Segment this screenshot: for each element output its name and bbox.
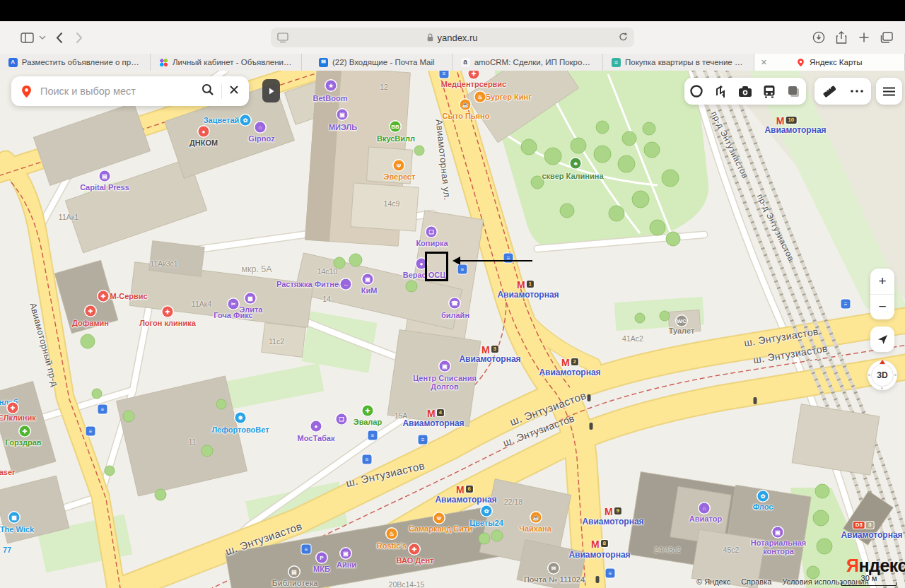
transport-stop-icon[interactable]: ≡: [440, 71, 449, 78]
transport-stop-icon[interactable]: ≡: [363, 455, 372, 464]
new-tab-button[interactable]: [854, 28, 874, 47]
poi-icon[interactable]: ✚: [163, 307, 173, 317]
tab-avito-cabinet[interactable]: Личный кабинет - Объявления - А...: [151, 54, 301, 71]
transport-stop-icon[interactable]: ≡: [302, 545, 311, 554]
poi-icon[interactable]: Ψ: [434, 513, 445, 524]
close-search-icon[interactable]: [229, 85, 239, 98]
forward-button[interactable]: [69, 28, 89, 47]
transport-stop-icon[interactable]: ≡: [98, 405, 107, 414]
poi-icon[interactable]: ❋: [235, 413, 246, 423]
menu-button[interactable]: [876, 78, 902, 105]
tab-overview-button[interactable]: [877, 28, 897, 47]
address-bar[interactable]: yandex.ru: [271, 28, 634, 47]
panoramas-camera-icon[interactable]: [735, 81, 756, 102]
metro-marker[interactable]: М10: [776, 117, 797, 125]
poi-icon[interactable]: ✚: [8, 403, 18, 413]
search-input[interactable]: [39, 85, 202, 98]
metro-marker[interactable]: М6: [456, 486, 473, 494]
close-tab-icon[interactable]: ✕: [761, 58, 767, 67]
tab-doc-pokupka[interactable]: Покупка квартиры в течение 2-х...: [603, 54, 754, 71]
poi-icon[interactable]: ●: [311, 421, 322, 432]
tab-mail-inbox[interactable]: (22) Входящие - Почта Mail: [302, 54, 452, 71]
back-button[interactable]: [49, 28, 69, 47]
poi-icon[interactable]: ↔: [341, 279, 351, 290]
more-options-icon[interactable]: [846, 81, 868, 102]
poi-icon[interactable]: ▤: [100, 171, 110, 182]
transport-stop-icon[interactable]: ≡: [458, 265, 467, 274]
transport-stop-icon[interactable]: ≡: [419, 435, 428, 445]
poi-icon[interactable]: ВВ: [390, 122, 401, 132]
metro-marker[interactable]: М8: [591, 540, 608, 548]
downloads-button[interactable]: [809, 28, 829, 47]
poi-icon[interactable]: ☕: [531, 512, 542, 523]
poi-icon[interactable]: Ψ: [394, 160, 404, 171]
zoom-out-button[interactable]: −: [870, 294, 894, 320]
metro-marker[interactable]: М2: [561, 358, 578, 367]
poi-icon[interactable]: ▦: [245, 293, 256, 304]
map-canvas[interactable]: + − 3D Яндекс © Яндекс Справка Условия и…: [0, 71, 905, 588]
page-settings-icon[interactable]: [277, 32, 288, 45]
poi-icon[interactable]: ●: [199, 127, 209, 137]
metro-marker[interactable]: М4: [427, 409, 444, 418]
metro-marker[interactable]: М3: [481, 346, 498, 354]
reload-button[interactable]: [619, 32, 628, 44]
poi-icon[interactable]: ✿: [481, 506, 492, 517]
poi-icon[interactable]: ♣: [571, 158, 581, 169]
tab-m2-listing[interactable]: Разместить объявление о продаж...: [0, 54, 151, 71]
poi-icon[interactable]: ▤: [289, 567, 300, 577]
ruler-icon[interactable]: [818, 81, 839, 102]
search-icon[interactable]: [202, 83, 214, 99]
poi-icon[interactable]: ☎: [450, 298, 460, 309]
poi-icon[interactable]: ❏: [426, 227, 437, 237]
transport-stop-icon[interactable]: ≡: [841, 300, 851, 309]
zoom-in-button[interactable]: +: [870, 269, 894, 294]
transport-stop-icon[interactable]: ≡: [86, 427, 95, 436]
poi-icon[interactable]: ★: [326, 81, 337, 91]
poi-icon[interactable]: ✚: [86, 306, 96, 317]
poi-icon[interactable]: ▣: [363, 274, 373, 285]
metro-marker[interactable]: D33: [853, 522, 874, 529]
poi-icon[interactable]: ▦: [9, 512, 20, 523]
panel-expander-button[interactable]: [262, 79, 280, 102]
chevron-down-icon[interactable]: [37, 28, 48, 47]
poi-icon[interactable]: ▣: [773, 527, 783, 538]
sidebar-toggle-button[interactable]: [17, 28, 37, 47]
tools-pill: [814, 78, 871, 105]
poi-icon[interactable]: ✿: [758, 491, 769, 502]
poi-icon[interactable]: ✂: [228, 299, 239, 310]
help-link[interactable]: Справка: [741, 577, 771, 586]
poi-icon[interactable]: ✚: [409, 544, 420, 555]
poi-icon[interactable]: ✚: [363, 406, 373, 416]
poi-icon[interactable]: Р: [317, 553, 327, 563]
metro-marker[interactable]: М1: [517, 281, 534, 289]
poi-icon[interactable]: ▣: [440, 361, 450, 372]
transport-stop-icon[interactable]: ≡: [368, 431, 378, 440]
layers-icon[interactable]: [783, 81, 805, 102]
tab-yandex-maps[interactable]: ✕ Яндекс Карты: [754, 54, 905, 71]
compass-3d-button[interactable]: 3D: [868, 360, 897, 390]
routes-icon[interactable]: [711, 81, 732, 102]
poi-icon[interactable]: ⌂: [699, 503, 710, 514]
transport-stop-icon[interactable]: ≡: [606, 569, 615, 578]
locate-me-button[interactable]: [870, 327, 894, 352]
poi-icon[interactable]: WC: [677, 316, 687, 327]
poi-icon[interactable]: ☕: [460, 100, 471, 110]
traffic-icon[interactable]: [686, 81, 707, 102]
yandex-logo[interactable]: Яндекс: [846, 555, 905, 576]
poi-icon[interactable]: ⌂: [255, 122, 266, 133]
poi-icon[interactable]: ▣: [337, 110, 348, 120]
poi-icon[interactable]: ♨: [475, 92, 486, 102]
share-button[interactable]: [831, 28, 851, 47]
poi-icon[interactable]: ♨: [387, 529, 397, 539]
poi-icon[interactable]: ▣: [341, 548, 351, 559]
poi-icon[interactable]: ❏: [337, 414, 347, 425]
exit-badge: 10: [786, 117, 796, 124]
map-search-bar[interactable]: [11, 76, 249, 106]
transport-bus-icon[interactable]: [759, 81, 780, 102]
metro-marker[interactable]: М9: [605, 507, 621, 516]
poi-icon[interactable]: ✚: [98, 291, 109, 302]
tab-amocrm[interactable]: amoCRM: Сделки, ИП Покровский: [452, 54, 603, 71]
poi-icon[interactable]: ✿: [240, 115, 251, 126]
poi-icon[interactable]: ✚: [20, 426, 30, 437]
poi-icon[interactable]: ✉: [549, 563, 559, 574]
